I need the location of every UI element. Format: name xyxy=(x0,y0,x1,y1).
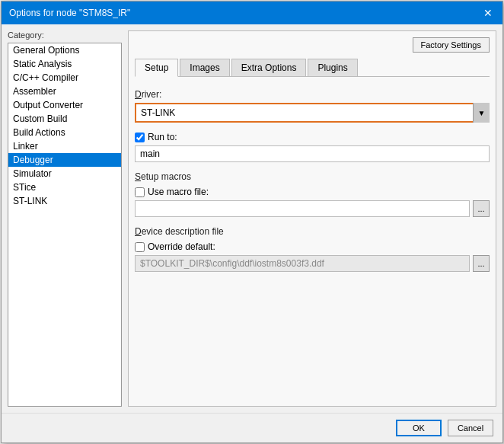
run-to-row: Run to: xyxy=(135,132,490,142)
run-to-input[interactable] xyxy=(135,145,490,162)
tab-extra-options[interactable]: Extra Options xyxy=(231,59,307,76)
device-desc-input[interactable] xyxy=(135,255,470,272)
sidebar-item-build-actions[interactable]: Build Actions xyxy=(8,126,121,139)
run-to-checkbox[interactable] xyxy=(135,133,145,142)
sidebar-item-general-options[interactable]: General Options xyxy=(8,43,121,57)
macro-file-row: ... xyxy=(135,200,490,217)
macro-browse-button[interactable]: ... xyxy=(473,200,490,217)
dialog-title: Options for node "STM8S_IR" xyxy=(9,8,130,18)
use-macro-row: Use macro file: xyxy=(135,187,490,197)
dialog: Options for node "STM8S_IR" ✕ Category: … xyxy=(1,1,503,443)
driver-select[interactable]: ST-LINK xyxy=(135,103,490,123)
run-to-label: Run to: xyxy=(148,132,177,142)
use-macro-label: Use macro file: xyxy=(148,187,209,197)
sidebar-item-output-converter[interactable]: Output Converter xyxy=(8,98,121,112)
device-desc-group: Device description file Override default… xyxy=(135,226,490,272)
override-row: Override default: xyxy=(135,241,490,252)
title-bar: Options for node "STM8S_IR" ✕ xyxy=(2,2,502,24)
tab-images[interactable]: Images xyxy=(180,59,229,76)
sidebar-item-st-link[interactable]: ST-LINK xyxy=(8,194,121,208)
tab-setup[interactable]: Setup xyxy=(135,59,178,77)
factory-btn-row: Factory Settings xyxy=(135,37,490,53)
close-button[interactable]: ✕ xyxy=(481,6,495,20)
sidebar-item-debugger[interactable]: Debugger xyxy=(8,153,121,167)
driver-select-wrapper: ST-LINK ▼ xyxy=(135,103,490,123)
device-desc-browse-button[interactable]: ... xyxy=(473,255,490,272)
override-label: Override default: xyxy=(148,241,215,252)
tabs: Setup Images Extra Options Plugins xyxy=(135,59,490,77)
sidebar-item-simulator[interactable]: Simulator xyxy=(8,167,121,180)
sidebar: Category: General Options Static Analysi… xyxy=(8,30,122,407)
tab-plugins[interactable]: Plugins xyxy=(308,59,357,76)
sidebar-item-stice[interactable]: STice xyxy=(8,180,121,194)
cancel-button[interactable]: Cancel xyxy=(448,420,493,436)
dialog-footer: OK Cancel xyxy=(2,413,502,442)
macro-file-input[interactable] xyxy=(135,200,470,217)
driver-label: Driver: xyxy=(135,89,490,100)
device-desc-title: Device description file xyxy=(135,226,490,237)
driver-group: Driver: ST-LINK ▼ xyxy=(135,89,490,123)
override-checkbox[interactable] xyxy=(135,242,145,252)
use-macro-checkbox[interactable] xyxy=(135,187,145,197)
setup-macros-title: Setup macros xyxy=(135,171,490,182)
sidebar-item-static-analysis[interactable]: Static Analysis xyxy=(8,57,121,71)
main-panel: Factory Settings Setup Images Extra Opti… xyxy=(128,30,496,407)
setup-macros-group: Setup macros Use macro file: ... xyxy=(135,171,490,217)
content-area: Driver: ST-LINK ▼ Run to: xyxy=(135,86,490,400)
sidebar-item-assembler[interactable]: Assembler xyxy=(8,85,121,98)
sidebar-item-linker[interactable]: Linker xyxy=(8,139,121,153)
sidebar-list: General Options Static Analysis C/C++ Co… xyxy=(8,43,122,407)
category-label: Category: xyxy=(8,30,122,40)
dialog-body: Category: General Options Static Analysi… xyxy=(2,24,502,413)
run-to-group: Run to: xyxy=(135,132,490,162)
sidebar-item-custom-build[interactable]: Custom Build xyxy=(8,112,121,126)
device-desc-file-row: ... xyxy=(135,255,490,272)
sidebar-item-cpp-compiler[interactable]: C/C++ Compiler xyxy=(8,71,121,85)
ok-button[interactable]: OK xyxy=(396,420,442,436)
factory-settings-button[interactable]: Factory Settings xyxy=(413,37,490,53)
